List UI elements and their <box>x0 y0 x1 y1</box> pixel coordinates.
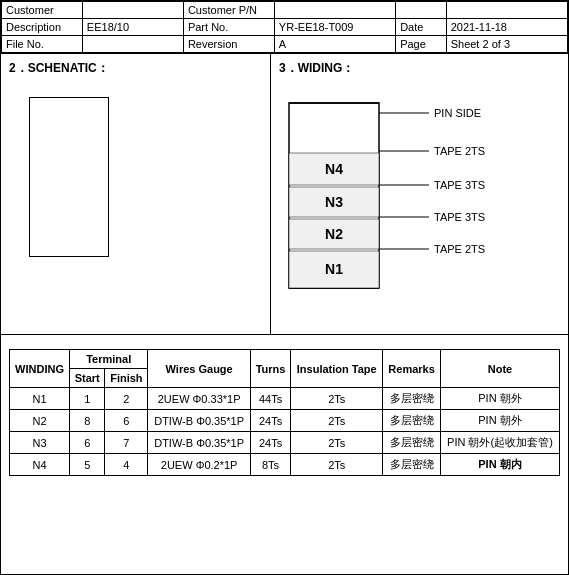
wires-gauge-header: Wires Gauge <box>148 350 251 388</box>
winding-title: 3．WIDING： <box>279 60 560 77</box>
winding-section: 3．WIDING： PIN SIDE TAPE 2TS N4 <box>271 54 568 334</box>
header-table: Customer Customer P/N Description EE18/1… <box>1 1 568 53</box>
start-header: Start <box>70 369 105 388</box>
table-row: N1122UEW Φ0.33*1P44Ts2Ts多层密绕PIN 朝外 <box>10 388 560 410</box>
remarks-header: Remarks <box>383 350 441 388</box>
bottom-section: WINDING Terminal Wires Gauge Turns Insul… <box>1 334 568 486</box>
table-row: N367DTIW-B Φ0.35*1P24Ts2Ts多层密绕PIN 朝外(起收加… <box>10 432 560 454</box>
header-empty1 <box>396 2 447 19</box>
finish-header: Finish <box>105 369 148 388</box>
part-no-label: Part No. <box>183 19 274 36</box>
page-container: Customer Customer P/N Description EE18/1… <box>0 0 569 575</box>
tape-3ts-n3-label: TAPE 3TS <box>434 211 485 223</box>
file-no-value <box>82 36 183 53</box>
date-value: 2021-11-18 <box>446 19 567 36</box>
header-empty2 <box>446 2 567 19</box>
winding-header: WINDING <box>10 350 70 388</box>
customer-pn-label: Customer P/N <box>183 2 274 19</box>
description-label: Description <box>2 19 83 36</box>
n4-label: N4 <box>325 161 343 177</box>
file-no-label: File No. <box>2 36 83 53</box>
tape-3ts-n4-label: TAPE 3TS <box>434 179 485 191</box>
page-label: Page <box>396 36 447 53</box>
description-value: EE18/10 <box>82 19 183 36</box>
table-row: N286DTIW-B Φ0.35*1P24Ts2Ts多层密绕PIN 朝外 <box>10 410 560 432</box>
n2-label: N2 <box>325 226 343 242</box>
customer-pn-value <box>274 2 395 19</box>
schematic-title: 2．SCHENATIC： <box>9 60 262 77</box>
winding-diagram: PIN SIDE TAPE 2TS N4 TAPE 3TS N3 TAPE 3T… <box>279 83 549 323</box>
customer-label: Customer <box>2 2 83 19</box>
schematic-rectangle <box>29 97 109 257</box>
note-header: Note <box>440 350 559 388</box>
page-value: Sheet 2 of 3 <box>446 36 567 53</box>
pin-side-label: PIN SIDE <box>434 107 481 119</box>
tape-2ts-top-label: TAPE 2TS <box>434 145 485 157</box>
n1-label: N1 <box>325 261 343 277</box>
turns-header: Turns <box>250 350 290 388</box>
schematic-section: 2．SCHENATIC： <box>1 54 271 334</box>
n3-label: N3 <box>325 194 343 210</box>
winding-data-table: WINDING Terminal Wires Gauge Turns Insul… <box>9 349 560 476</box>
insulation-tape-header: Insulation Tape <box>291 350 383 388</box>
reversion-value: A <box>274 36 395 53</box>
tape-2ts-bot-label: TAPE 2TS <box>434 243 485 255</box>
customer-value <box>82 2 183 19</box>
date-label: Date <box>396 19 447 36</box>
main-content: 2．SCHENATIC： 3．WIDING： PIN SIDE T <box>1 53 568 334</box>
part-no-value: YR-EE18-T009 <box>274 19 395 36</box>
terminal-header: Terminal <box>70 350 148 369</box>
reversion-label: Reversion <box>183 36 274 53</box>
table-row: N4542UEW Φ0.2*1P8Ts2Ts多层密绕PIN 朝内 <box>10 454 560 476</box>
